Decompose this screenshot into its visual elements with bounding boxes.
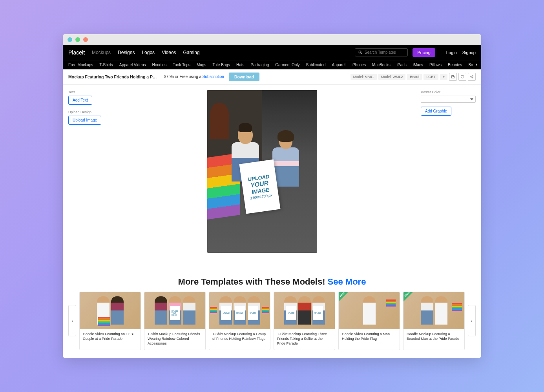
subnav-item[interactable]: Hats xyxy=(236,63,245,67)
tag[interactable]: Beard xyxy=(407,74,422,80)
subnav-item[interactable]: Beanies xyxy=(448,63,462,67)
text-label: Text xyxy=(68,90,104,94)
card-thumbnail xyxy=(80,292,141,329)
subnav-item[interactable]: Pillows xyxy=(429,63,442,67)
search-box[interactable] xyxy=(355,48,408,56)
template-card[interactable]: Hoodie Video Featuring an LGBT Couple at… xyxy=(79,292,141,350)
svg-point-1 xyxy=(472,75,473,76)
card-title: T-Shirt Mockup Featuring Friends Wearing… xyxy=(144,329,205,350)
add-text-button[interactable]: Add Text xyxy=(68,96,92,105)
nav-logos[interactable]: Logos xyxy=(142,50,155,55)
subnav-item[interactable]: iMacs xyxy=(413,63,423,67)
subnav-scroll-right[interactable] xyxy=(473,62,480,68)
left-panel: Text Add Text Upload Design Upload Image xyxy=(68,90,104,265)
template-card[interactable]: UPLOADUPLOADT-Shirt Mockup Featuring Thr… xyxy=(274,292,335,350)
card-thumbnail: FREE xyxy=(339,292,400,329)
subnav-item[interactable]: MacBooks xyxy=(372,63,391,67)
upload-label: Upload Design xyxy=(68,110,104,114)
more-templates-section: More Templates with These Models! See Mo… xyxy=(63,273,481,358)
card-thumbnail: UPLOADUPLOAD xyxy=(274,292,335,329)
window-max-dot[interactable] xyxy=(83,37,88,42)
subnav-item[interactable]: Mugs xyxy=(197,63,206,67)
mockup-preview[interactable]: UPLOAD YOUR IMAGE 1100x1700 px xyxy=(207,90,317,253)
tag[interactable]: Model: MA01 xyxy=(350,74,377,80)
favorite-button[interactable] xyxy=(458,73,466,81)
poster-placeholder[interactable]: UPLOAD YOUR IMAGE 1100x1700 px xyxy=(239,160,280,214)
card-title: T-Shirt Mockup Featuring Three Friends T… xyxy=(274,329,335,350)
subscription-link[interactable]: Subscription xyxy=(203,74,224,79)
window-min-dot[interactable] xyxy=(75,37,80,42)
titlebar xyxy=(63,34,481,45)
logo[interactable]: Placeit xyxy=(68,49,85,56)
signup-link[interactable]: Signup xyxy=(462,50,476,55)
subnav-item[interactable]: Sublimated xyxy=(306,63,325,67)
template-card[interactable]: UPLOADYOURIMAGET-Shirt Mockup Featuring … xyxy=(144,292,206,350)
tag-list: Model: MA01Model: WML2BeardLGBT+ xyxy=(350,74,447,80)
subnav-item[interactable]: Tank Tops xyxy=(173,63,190,67)
svg-point-2 xyxy=(472,77,473,78)
heart-icon xyxy=(460,75,464,79)
tag[interactable]: + xyxy=(440,74,447,80)
nav-videos[interactable]: Videos xyxy=(162,50,176,55)
search-icon xyxy=(358,50,362,54)
subnav-item[interactable]: T-Shirts xyxy=(99,63,113,67)
price-text: $7.95 or Free using a Subscription xyxy=(164,74,224,79)
add-graphic-button[interactable]: Add Graphic xyxy=(421,107,451,116)
tag[interactable]: Model: WML2 xyxy=(378,74,406,80)
card-title: Hoodie Video Featuring a Man Holding the… xyxy=(339,329,400,345)
subnav-item[interactable]: Free Mockups xyxy=(68,63,93,67)
card-thumbnail: UPLOADUPLOADUPLOAD xyxy=(209,292,270,329)
template-carousel: ‹ Hoodie Video Featuring an LGBT Couple … xyxy=(68,292,476,350)
chevron-right-icon xyxy=(475,63,478,66)
subnav-item[interactable]: Apparel Videos xyxy=(119,63,146,67)
header: Placeit Mockups Designs Logos Videos Gam… xyxy=(63,45,481,60)
card-thumbnail: FREE xyxy=(403,292,464,329)
nav-mockups[interactable]: Mockups xyxy=(92,50,111,55)
login-link[interactable]: Login xyxy=(446,50,457,55)
nav-designs[interactable]: Designs xyxy=(118,50,135,55)
window-close-dot[interactable] xyxy=(68,37,72,42)
card-thumbnail: UPLOADYOURIMAGE xyxy=(144,292,205,329)
main-nav: Mockups Designs Logos Videos Gaming xyxy=(92,50,200,55)
more-templates-title: More Templates with These Models! See Mo… xyxy=(68,277,476,287)
subnav: Free MockupsT-ShirtsApparel VideosHoodie… xyxy=(63,60,481,69)
template-card[interactable]: FREEHoodie Mockup Featuring a Bearded Ma… xyxy=(403,292,465,350)
pricing-button[interactable]: Pricing xyxy=(413,48,435,57)
browser-window: Placeit Mockups Designs Logos Videos Gam… xyxy=(63,34,481,358)
subnav-item[interactable]: Packaging xyxy=(251,63,269,67)
save-button[interactable] xyxy=(449,73,457,81)
main-area: Text Add Text Upload Design Upload Image xyxy=(63,85,481,273)
download-button[interactable]: Download xyxy=(229,73,259,81)
subnav-item[interactable]: Hoodies xyxy=(152,63,166,67)
search-input[interactable] xyxy=(365,50,404,54)
subnav-item[interactable]: iPhones xyxy=(352,63,366,67)
poster-color-label: Poster Color xyxy=(421,90,476,94)
subnav-item[interactable]: iPads xyxy=(397,63,407,67)
mockup-title: Mockup Featuring Two Friends Holding a P… xyxy=(68,74,159,79)
carousel-next[interactable]: › xyxy=(468,305,476,336)
see-more-link[interactable]: See More xyxy=(328,277,366,287)
subnav-item[interactable]: Apparel xyxy=(332,63,345,67)
subnav-item[interactable]: Tote Bags xyxy=(212,63,230,67)
template-card[interactable]: UPLOADUPLOADUPLOADT-Shirt Mockup Featuri… xyxy=(209,292,270,350)
card-title: T-Shirt Mockup Featuring a Group of Frie… xyxy=(209,329,270,345)
tag[interactable]: LGBT xyxy=(424,74,438,80)
preview-area: UPLOAD YOUR IMAGE 1100x1700 px xyxy=(109,90,415,265)
nav-gaming[interactable]: Gaming xyxy=(183,50,200,55)
upload-image-button[interactable]: Upload Image xyxy=(68,116,101,125)
share-button[interactable] xyxy=(468,73,476,81)
template-card[interactable]: FREEHoodie Video Featuring a Man Holding… xyxy=(338,292,400,350)
subnav-item[interactable]: Garment Only xyxy=(275,63,299,67)
card-title: Hoodie Video Featuring an LGBT Couple at… xyxy=(80,329,141,345)
save-icon xyxy=(451,75,455,79)
card-title: Hoodie Mockup Featuring a Bearded Man at… xyxy=(403,329,464,345)
carousel-prev[interactable]: ‹ xyxy=(68,305,76,336)
poster-color-select[interactable] xyxy=(421,96,476,103)
share-icon xyxy=(470,75,474,79)
toolbar: Mockup Featuring Two Friends Holding a P… xyxy=(63,69,481,85)
right-panel: Poster Color Add Graphic xyxy=(421,90,476,265)
